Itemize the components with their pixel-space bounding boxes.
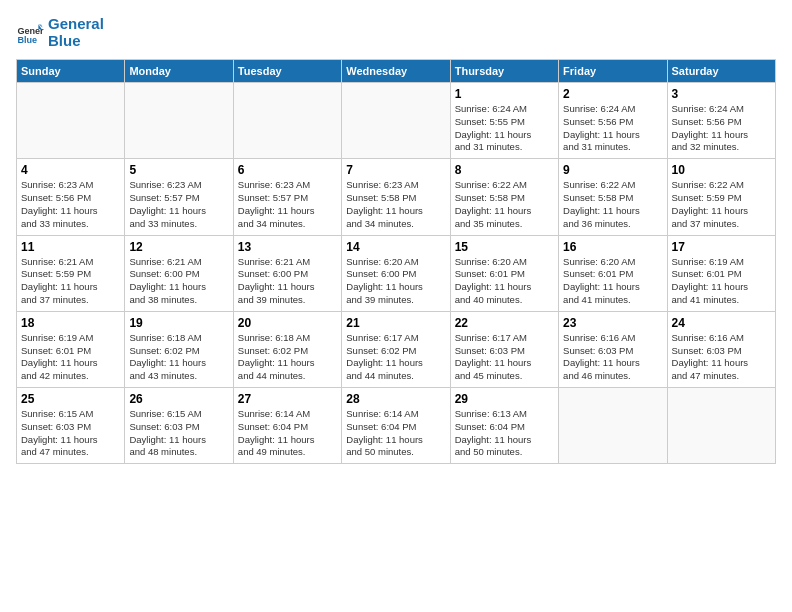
calendar-cell: 28Sunrise: 6:14 AM Sunset: 6:04 PM Dayli…	[342, 388, 450, 464]
calendar-cell: 5Sunrise: 6:23 AM Sunset: 5:57 PM Daylig…	[125, 159, 233, 235]
calendar-cell: 17Sunrise: 6:19 AM Sunset: 6:01 PM Dayli…	[667, 235, 775, 311]
day-info: Sunrise: 6:22 AM Sunset: 5:58 PM Dayligh…	[455, 179, 554, 230]
calendar-cell: 27Sunrise: 6:14 AM Sunset: 6:04 PM Dayli…	[233, 388, 341, 464]
calendar-cell: 29Sunrise: 6:13 AM Sunset: 6:04 PM Dayli…	[450, 388, 558, 464]
day-number: 19	[129, 316, 228, 330]
day-number: 28	[346, 392, 445, 406]
calendar-cell: 7Sunrise: 6:23 AM Sunset: 5:58 PM Daylig…	[342, 159, 450, 235]
day-info: Sunrise: 6:24 AM Sunset: 5:55 PM Dayligh…	[455, 103, 554, 154]
calendar-cell: 24Sunrise: 6:16 AM Sunset: 6:03 PM Dayli…	[667, 311, 775, 387]
day-info: Sunrise: 6:22 AM Sunset: 5:59 PM Dayligh…	[672, 179, 771, 230]
day-info: Sunrise: 6:17 AM Sunset: 6:02 PM Dayligh…	[346, 332, 445, 383]
day-number: 11	[21, 240, 120, 254]
day-info: Sunrise: 6:21 AM Sunset: 5:59 PM Dayligh…	[21, 256, 120, 307]
calendar-cell	[342, 83, 450, 159]
day-number: 6	[238, 163, 337, 177]
calendar-week-1: 1Sunrise: 6:24 AM Sunset: 5:55 PM Daylig…	[17, 83, 776, 159]
day-number: 14	[346, 240, 445, 254]
calendar-week-4: 18Sunrise: 6:19 AM Sunset: 6:01 PM Dayli…	[17, 311, 776, 387]
day-info: Sunrise: 6:17 AM Sunset: 6:03 PM Dayligh…	[455, 332, 554, 383]
day-number: 4	[21, 163, 120, 177]
day-number: 27	[238, 392, 337, 406]
calendar: SundayMondayTuesdayWednesdayThursdayFrid…	[16, 59, 776, 464]
calendar-cell: 18Sunrise: 6:19 AM Sunset: 6:01 PM Dayli…	[17, 311, 125, 387]
calendar-cell: 21Sunrise: 6:17 AM Sunset: 6:02 PM Dayli…	[342, 311, 450, 387]
day-header-monday: Monday	[125, 60, 233, 83]
logo-text-line2: Blue	[48, 33, 104, 50]
calendar-cell: 12Sunrise: 6:21 AM Sunset: 6:00 PM Dayli…	[125, 235, 233, 311]
day-number: 3	[672, 87, 771, 101]
svg-text:Blue: Blue	[17, 34, 37, 44]
day-info: Sunrise: 6:19 AM Sunset: 6:01 PM Dayligh…	[21, 332, 120, 383]
day-info: Sunrise: 6:18 AM Sunset: 6:02 PM Dayligh…	[238, 332, 337, 383]
day-info: Sunrise: 6:23 AM Sunset: 5:56 PM Dayligh…	[21, 179, 120, 230]
calendar-cell: 9Sunrise: 6:22 AM Sunset: 5:58 PM Daylig…	[559, 159, 667, 235]
day-number: 29	[455, 392, 554, 406]
logo: General Blue General Blue	[16, 16, 104, 49]
day-number: 13	[238, 240, 337, 254]
day-number: 12	[129, 240, 228, 254]
day-info: Sunrise: 6:15 AM Sunset: 6:03 PM Dayligh…	[129, 408, 228, 459]
day-number: 1	[455, 87, 554, 101]
calendar-cell: 20Sunrise: 6:18 AM Sunset: 6:02 PM Dayli…	[233, 311, 341, 387]
calendar-header-row: SundayMondayTuesdayWednesdayThursdayFrid…	[17, 60, 776, 83]
calendar-cell: 3Sunrise: 6:24 AM Sunset: 5:56 PM Daylig…	[667, 83, 775, 159]
calendar-cell: 13Sunrise: 6:21 AM Sunset: 6:00 PM Dayli…	[233, 235, 341, 311]
day-info: Sunrise: 6:19 AM Sunset: 6:01 PM Dayligh…	[672, 256, 771, 307]
day-info: Sunrise: 6:23 AM Sunset: 5:57 PM Dayligh…	[129, 179, 228, 230]
calendar-cell	[125, 83, 233, 159]
day-number: 22	[455, 316, 554, 330]
calendar-cell: 14Sunrise: 6:20 AM Sunset: 6:00 PM Dayli…	[342, 235, 450, 311]
header: General Blue General Blue	[16, 16, 776, 49]
calendar-cell: 8Sunrise: 6:22 AM Sunset: 5:58 PM Daylig…	[450, 159, 558, 235]
calendar-cell	[559, 388, 667, 464]
day-info: Sunrise: 6:23 AM Sunset: 5:57 PM Dayligh…	[238, 179, 337, 230]
day-number: 7	[346, 163, 445, 177]
day-info: Sunrise: 6:21 AM Sunset: 6:00 PM Dayligh…	[129, 256, 228, 307]
day-info: Sunrise: 6:13 AM Sunset: 6:04 PM Dayligh…	[455, 408, 554, 459]
day-number: 15	[455, 240, 554, 254]
day-number: 2	[563, 87, 662, 101]
day-header-tuesday: Tuesday	[233, 60, 341, 83]
day-info: Sunrise: 6:16 AM Sunset: 6:03 PM Dayligh…	[672, 332, 771, 383]
day-number: 24	[672, 316, 771, 330]
calendar-cell: 23Sunrise: 6:16 AM Sunset: 6:03 PM Dayli…	[559, 311, 667, 387]
day-info: Sunrise: 6:24 AM Sunset: 5:56 PM Dayligh…	[563, 103, 662, 154]
day-info: Sunrise: 6:20 AM Sunset: 6:01 PM Dayligh…	[455, 256, 554, 307]
day-info: Sunrise: 6:16 AM Sunset: 6:03 PM Dayligh…	[563, 332, 662, 383]
day-number: 20	[238, 316, 337, 330]
day-number: 17	[672, 240, 771, 254]
day-number: 21	[346, 316, 445, 330]
calendar-week-3: 11Sunrise: 6:21 AM Sunset: 5:59 PM Dayli…	[17, 235, 776, 311]
calendar-cell: 25Sunrise: 6:15 AM Sunset: 6:03 PM Dayli…	[17, 388, 125, 464]
calendar-cell: 16Sunrise: 6:20 AM Sunset: 6:01 PM Dayli…	[559, 235, 667, 311]
day-number: 9	[563, 163, 662, 177]
day-number: 26	[129, 392, 228, 406]
calendar-week-5: 25Sunrise: 6:15 AM Sunset: 6:03 PM Dayli…	[17, 388, 776, 464]
calendar-cell: 2Sunrise: 6:24 AM Sunset: 5:56 PM Daylig…	[559, 83, 667, 159]
calendar-cell: 22Sunrise: 6:17 AM Sunset: 6:03 PM Dayli…	[450, 311, 558, 387]
day-info: Sunrise: 6:24 AM Sunset: 5:56 PM Dayligh…	[672, 103, 771, 154]
day-header-thursday: Thursday	[450, 60, 558, 83]
calendar-cell: 4Sunrise: 6:23 AM Sunset: 5:56 PM Daylig…	[17, 159, 125, 235]
day-info: Sunrise: 6:20 AM Sunset: 6:00 PM Dayligh…	[346, 256, 445, 307]
day-number: 25	[21, 392, 120, 406]
day-info: Sunrise: 6:18 AM Sunset: 6:02 PM Dayligh…	[129, 332, 228, 383]
day-info: Sunrise: 6:14 AM Sunset: 6:04 PM Dayligh…	[346, 408, 445, 459]
day-info: Sunrise: 6:23 AM Sunset: 5:58 PM Dayligh…	[346, 179, 445, 230]
day-header-sunday: Sunday	[17, 60, 125, 83]
day-number: 10	[672, 163, 771, 177]
calendar-cell: 1Sunrise: 6:24 AM Sunset: 5:55 PM Daylig…	[450, 83, 558, 159]
day-header-friday: Friday	[559, 60, 667, 83]
day-header-saturday: Saturday	[667, 60, 775, 83]
day-info: Sunrise: 6:20 AM Sunset: 6:01 PM Dayligh…	[563, 256, 662, 307]
calendar-cell	[233, 83, 341, 159]
day-number: 5	[129, 163, 228, 177]
day-number: 18	[21, 316, 120, 330]
calendar-cell: 26Sunrise: 6:15 AM Sunset: 6:03 PM Dayli…	[125, 388, 233, 464]
calendar-cell: 10Sunrise: 6:22 AM Sunset: 5:59 PM Dayli…	[667, 159, 775, 235]
day-number: 23	[563, 316, 662, 330]
day-number: 16	[563, 240, 662, 254]
calendar-cell: 6Sunrise: 6:23 AM Sunset: 5:57 PM Daylig…	[233, 159, 341, 235]
day-info: Sunrise: 6:15 AM Sunset: 6:03 PM Dayligh…	[21, 408, 120, 459]
